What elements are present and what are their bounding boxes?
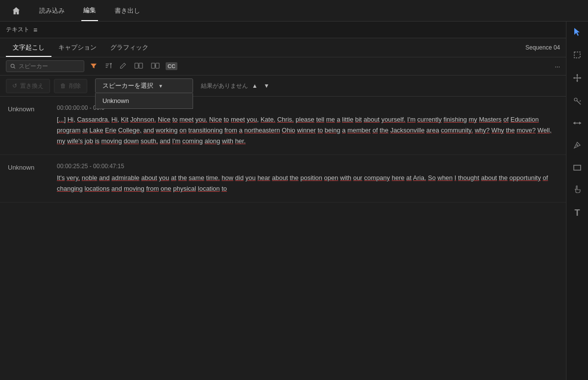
- svg-rect-9: [151, 63, 155, 68]
- razor-tool-icon[interactable]: [571, 95, 583, 109]
- action-bar: ↺ 置き換え 🗑 削除 スピーカーを選択 ▼ Unknown 結果が: [0, 76, 566, 97]
- nav-edit[interactable]: 編集: [81, 0, 98, 21]
- transcript-text-1: [...] Hi, Cassandra. Hi, Kit Johnson. Ni…: [57, 114, 558, 147]
- speaker-dropdown-label: スピーカーを選択: [102, 81, 153, 90]
- svg-marker-18: [576, 80, 578, 82]
- delete-button[interactable]: 🗑 削除: [54, 79, 87, 93]
- timestamp-2: 00:00:25:25 - 00:00:47:15: [57, 163, 558, 170]
- nav-read[interactable]: 読み込み: [37, 0, 67, 21]
- delete-label: 削除: [69, 82, 81, 90]
- svg-marker-26: [579, 122, 581, 125]
- top-navigation: 読み込み 編集 書き出し: [0, 0, 588, 22]
- results-label: 結果がありません: [201, 82, 248, 90]
- svg-rect-6: [135, 63, 138, 68]
- cc-badge[interactable]: CC: [166, 62, 177, 70]
- rect-tool-icon[interactable]: [571, 162, 583, 175]
- toolbar: CC ···: [0, 57, 566, 76]
- transcript-content-2: 00:00:25:25 - 00:00:47:15 It's very, nob…: [57, 163, 558, 194]
- svg-line-1: [14, 67, 15, 69]
- chevron-down-icon: ▼: [158, 83, 163, 89]
- transcript-block-2: Unknown 00:00:25:25 - 00:00:47:15 It's v…: [0, 155, 566, 203]
- content-area[interactable]: Unknown 00:00:00:00 - 00:0 [...] Hi, Cas…: [0, 97, 566, 380]
- svg-marker-25: [573, 122, 575, 125]
- merge1-icon[interactable]: [132, 61, 145, 72]
- nav-down-arrow[interactable]: ▼: [262, 81, 271, 90]
- move-tool-icon[interactable]: [571, 72, 584, 86]
- svg-rect-10: [156, 63, 159, 68]
- sequence-label: Sequence 04: [525, 39, 560, 56]
- more-options-icon[interactable]: ···: [555, 63, 560, 70]
- svg-marker-13: [574, 28, 580, 36]
- left-panel: テキスト ≡ 文字起こし キャプション グラフィック Sequence 04: [0, 22, 566, 380]
- tabs-row: 文字起こし キャプション グラフィック Sequence 04: [0, 38, 566, 57]
- delete-icon: 🗑: [60, 82, 66, 89]
- search-input[interactable]: [19, 63, 80, 70]
- svg-rect-7: [139, 63, 143, 68]
- slip-tool-icon[interactable]: [571, 118, 584, 130]
- panel-menu-icon[interactable]: ≡: [33, 26, 37, 34]
- svg-marker-17: [576, 74, 578, 76]
- results-control: 結果がありません ▲ ▼: [201, 81, 271, 90]
- filter-icon[interactable]: [88, 61, 99, 72]
- svg-rect-28: [574, 165, 581, 170]
- transcript-content-1: 00:00:00:00 - 00:0 [...] Hi, Cassandra. …: [57, 104, 558, 147]
- speaker-name-1: Unknown: [8, 104, 57, 147]
- speaker-dropdown-menu: Unknown: [95, 93, 193, 109]
- hand-tool-icon[interactable]: [571, 183, 583, 197]
- search-box[interactable]: [6, 60, 84, 72]
- marquee-tool-icon[interactable]: [571, 49, 583, 63]
- speaker-name-2: Unknown: [8, 163, 57, 194]
- svg-marker-20: [580, 77, 581, 79]
- tab-transcription[interactable]: 文字起こし: [6, 38, 51, 57]
- speaker-dropdown-wrapper: スピーカーを選択 ▼ Unknown: [95, 78, 193, 93]
- tab-caption[interactable]: キャプション: [51, 38, 103, 57]
- dropdown-item-unknown[interactable]: Unknown: [96, 93, 193, 108]
- panel-header: テキスト ≡: [0, 22, 566, 38]
- right-sidebar: T: [566, 22, 588, 380]
- edit-icon[interactable]: [118, 61, 128, 72]
- pen-tool-icon[interactable]: [571, 139, 583, 153]
- transcript-block-1: Unknown 00:00:00:00 - 00:0 [...] Hi, Cas…: [0, 97, 566, 155]
- svg-point-0: [11, 64, 14, 68]
- speaker-dropdown[interactable]: スピーカーを選択 ▼: [95, 78, 193, 93]
- replace-label: 置き換え: [20, 82, 44, 90]
- sort-icon[interactable]: [103, 61, 114, 72]
- main-container: テキスト ≡ 文字起こし キャプション グラフィック Sequence 04: [0, 22, 588, 380]
- transcript-text-2: It's very, noble and admirable about you…: [57, 173, 558, 194]
- svg-marker-19: [573, 77, 575, 79]
- merge2-icon[interactable]: [149, 61, 162, 72]
- nav-up-arrow[interactable]: ▲: [250, 81, 260, 90]
- nav-export[interactable]: 書き出し: [113, 0, 142, 21]
- replace-icon: ↺: [12, 82, 17, 89]
- search-icon: [10, 63, 16, 69]
- selection-tool-icon[interactable]: [571, 25, 584, 40]
- tab-graphic[interactable]: グラフィック: [103, 38, 155, 57]
- nav-home[interactable]: [10, 0, 23, 21]
- svg-rect-14: [574, 52, 580, 58]
- svg-point-27: [577, 145, 578, 146]
- replace-button[interactable]: ↺ 置き換え: [6, 79, 50, 93]
- svg-line-23: [580, 101, 581, 101]
- text-tool-icon[interactable]: T: [573, 206, 582, 220]
- panel-label: テキスト: [6, 25, 29, 34]
